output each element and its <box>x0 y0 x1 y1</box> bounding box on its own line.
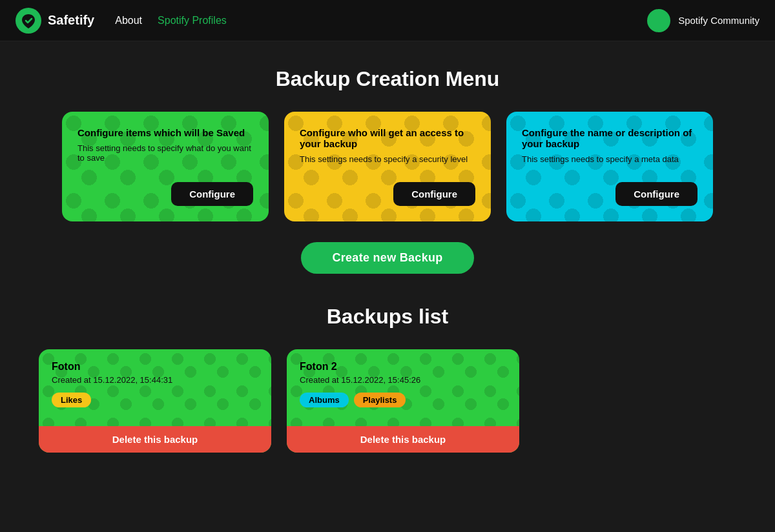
community-avatar <box>647 9 670 32</box>
card-meta-configure-button[interactable]: Configure <box>615 182 698 206</box>
backup-0-date: Created at 15.12.2022, 15:44:31 <box>52 375 258 385</box>
card-access-configure-button[interactable]: Configure <box>393 182 475 206</box>
backup-0-tags: Likes <box>52 393 258 407</box>
backup-creation-title: Backup Creation Menu <box>39 67 736 91</box>
app-title: Safetify <box>48 13 94 28</box>
config-card-meta: Configure the name or description of you… <box>506 112 713 221</box>
backup-1-tags: Albums Playlists <box>300 393 506 407</box>
card-save-title: Configure items which will be Saved <box>78 127 253 138</box>
backup-1-name: Foton 2 <box>300 361 506 373</box>
backup-0-name: Foton <box>52 361 258 373</box>
create-backup-button[interactable]: Create new Backup <box>301 242 473 274</box>
navbar-right: Spotify Community <box>647 9 760 32</box>
config-cards-row: Configure items which will be Saved This… <box>39 112 736 221</box>
backups-list-title: Backups list <box>39 305 736 329</box>
tag-likes: Likes <box>52 393 91 407</box>
card-save-desc: This setting needs to specify what do yo… <box>78 143 253 163</box>
backup-0-delete-button[interactable]: Delete this backup <box>39 426 271 453</box>
card-meta-desc: This settings needs to specify a meta da… <box>522 154 698 164</box>
backup-card-0: Foton Created at 15.12.2022, 15:44:31 Li… <box>39 349 271 453</box>
nav-spotify-link[interactable]: Spotify Profiles <box>158 15 227 26</box>
backup-creation-section: Backup Creation Menu Configure items whi… <box>39 67 736 274</box>
config-card-save: Configure items which will be Saved This… <box>62 112 269 221</box>
safetify-logo-icon <box>16 8 41 34</box>
backup-card-1-body: Foton 2 Created at 15.12.2022, 15:45:26 … <box>287 349 519 426</box>
logo-area: Safetify <box>16 8 94 34</box>
tag-playlists: Playlists <box>354 393 406 407</box>
backup-cards-row: Foton Created at 15.12.2022, 15:44:31 Li… <box>39 349 736 453</box>
backups-list-section: Backups list Foton Created at 15.12.2022… <box>39 305 736 453</box>
backup-card-0-body: Foton Created at 15.12.2022, 15:44:31 Li… <box>39 349 271 426</box>
nav-about-link[interactable]: About <box>115 15 142 26</box>
community-label: Spotify Community <box>678 15 760 26</box>
card-meta-title: Configure the name or description of you… <box>522 127 698 149</box>
backup-1-date: Created at 15.12.2022, 15:45:26 <box>300 375 506 385</box>
card-save-configure-button[interactable]: Configure <box>171 182 253 206</box>
backup-1-delete-button[interactable]: Delete this backup <box>287 426 519 453</box>
card-access-title: Configure who will get an access to your… <box>300 127 475 149</box>
config-card-access: Configure who will get an access to your… <box>284 112 491 221</box>
nav-links: About Spotify Profiles <box>115 15 647 26</box>
create-backup-wrapper: Create new Backup <box>39 242 736 274</box>
tag-albums: Albums <box>300 393 349 407</box>
navbar: Safetify About Spotify Profiles Spotify … <box>0 0 775 41</box>
backup-card-1: Foton 2 Created at 15.12.2022, 15:45:26 … <box>287 349 519 453</box>
main-content: Backup Creation Menu Configure items whi… <box>0 41 775 478</box>
card-access-desc: This settings needs to specify a securit… <box>300 154 475 164</box>
